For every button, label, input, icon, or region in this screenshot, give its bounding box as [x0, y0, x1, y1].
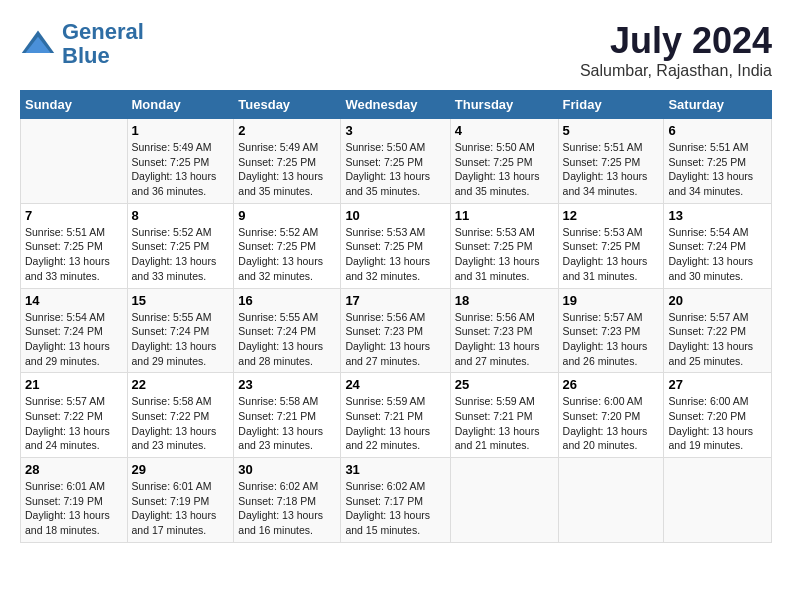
calendar-cell: 8Sunrise: 5:52 AM Sunset: 7:25 PM Daylig…	[127, 203, 234, 288]
day-info: Sunrise: 5:57 AM Sunset: 7:22 PM Dayligh…	[668, 310, 767, 369]
calendar-cell: 21Sunrise: 5:57 AM Sunset: 7:22 PM Dayli…	[21, 373, 128, 458]
day-number: 8	[132, 208, 230, 223]
day-number: 10	[345, 208, 445, 223]
calendar-cell: 15Sunrise: 5:55 AM Sunset: 7:24 PM Dayli…	[127, 288, 234, 373]
day-info: Sunrise: 5:53 AM Sunset: 7:25 PM Dayligh…	[455, 225, 554, 284]
day-number: 11	[455, 208, 554, 223]
calendar-cell: 11Sunrise: 5:53 AM Sunset: 7:25 PM Dayli…	[450, 203, 558, 288]
week-row-1: 1Sunrise: 5:49 AM Sunset: 7:25 PM Daylig…	[21, 119, 772, 204]
day-info: Sunrise: 6:01 AM Sunset: 7:19 PM Dayligh…	[132, 479, 230, 538]
day-info: Sunrise: 6:01 AM Sunset: 7:19 PM Dayligh…	[25, 479, 123, 538]
day-number: 30	[238, 462, 336, 477]
day-number: 17	[345, 293, 445, 308]
calendar-cell: 29Sunrise: 6:01 AM Sunset: 7:19 PM Dayli…	[127, 458, 234, 543]
day-info: Sunrise: 5:53 AM Sunset: 7:25 PM Dayligh…	[563, 225, 660, 284]
day-number: 24	[345, 377, 445, 392]
day-number: 6	[668, 123, 767, 138]
day-number: 15	[132, 293, 230, 308]
day-info: Sunrise: 5:52 AM Sunset: 7:25 PM Dayligh…	[238, 225, 336, 284]
calendar-cell: 17Sunrise: 5:56 AM Sunset: 7:23 PM Dayli…	[341, 288, 450, 373]
day-info: Sunrise: 5:58 AM Sunset: 7:21 PM Dayligh…	[238, 394, 336, 453]
day-number: 1	[132, 123, 230, 138]
day-number: 12	[563, 208, 660, 223]
day-info: Sunrise: 5:59 AM Sunset: 7:21 PM Dayligh…	[455, 394, 554, 453]
logo-icon	[20, 26, 56, 62]
day-info: Sunrise: 6:00 AM Sunset: 7:20 PM Dayligh…	[668, 394, 767, 453]
day-info: Sunrise: 5:51 AM Sunset: 7:25 PM Dayligh…	[25, 225, 123, 284]
calendar-cell: 4Sunrise: 5:50 AM Sunset: 7:25 PM Daylig…	[450, 119, 558, 204]
day-number: 21	[25, 377, 123, 392]
calendar-header-row: SundayMondayTuesdayWednesdayThursdayFrid…	[21, 91, 772, 119]
day-number: 20	[668, 293, 767, 308]
day-info: Sunrise: 5:51 AM Sunset: 7:25 PM Dayligh…	[563, 140, 660, 199]
logo: General Blue	[20, 20, 144, 68]
day-info: Sunrise: 5:56 AM Sunset: 7:23 PM Dayligh…	[455, 310, 554, 369]
week-row-5: 28Sunrise: 6:01 AM Sunset: 7:19 PM Dayli…	[21, 458, 772, 543]
day-info: Sunrise: 5:55 AM Sunset: 7:24 PM Dayligh…	[132, 310, 230, 369]
day-number: 19	[563, 293, 660, 308]
subtitle: Salumbar, Rajasthan, India	[580, 62, 772, 80]
day-number: 25	[455, 377, 554, 392]
day-info: Sunrise: 5:52 AM Sunset: 7:25 PM Dayligh…	[132, 225, 230, 284]
day-info: Sunrise: 5:53 AM Sunset: 7:25 PM Dayligh…	[345, 225, 445, 284]
calendar-cell: 6Sunrise: 5:51 AM Sunset: 7:25 PM Daylig…	[664, 119, 772, 204]
week-row-3: 14Sunrise: 5:54 AM Sunset: 7:24 PM Dayli…	[21, 288, 772, 373]
day-number: 2	[238, 123, 336, 138]
day-header-saturday: Saturday	[664, 91, 772, 119]
calendar-cell: 9Sunrise: 5:52 AM Sunset: 7:25 PM Daylig…	[234, 203, 341, 288]
day-header-monday: Monday	[127, 91, 234, 119]
day-header-thursday: Thursday	[450, 91, 558, 119]
day-info: Sunrise: 5:57 AM Sunset: 7:22 PM Dayligh…	[25, 394, 123, 453]
day-info: Sunrise: 6:02 AM Sunset: 7:18 PM Dayligh…	[238, 479, 336, 538]
calendar-cell	[558, 458, 664, 543]
day-info: Sunrise: 6:02 AM Sunset: 7:17 PM Dayligh…	[345, 479, 445, 538]
day-info: Sunrise: 5:56 AM Sunset: 7:23 PM Dayligh…	[345, 310, 445, 369]
calendar-cell: 12Sunrise: 5:53 AM Sunset: 7:25 PM Dayli…	[558, 203, 664, 288]
calendar-cell: 25Sunrise: 5:59 AM Sunset: 7:21 PM Dayli…	[450, 373, 558, 458]
calendar-cell: 14Sunrise: 5:54 AM Sunset: 7:24 PM Dayli…	[21, 288, 128, 373]
calendar-table: SundayMondayTuesdayWednesdayThursdayFrid…	[20, 90, 772, 543]
title-block: July 2024 Salumbar, Rajasthan, India	[580, 20, 772, 80]
week-row-4: 21Sunrise: 5:57 AM Sunset: 7:22 PM Dayli…	[21, 373, 772, 458]
day-number: 18	[455, 293, 554, 308]
calendar-cell	[450, 458, 558, 543]
day-header-sunday: Sunday	[21, 91, 128, 119]
logo-text: General Blue	[62, 20, 144, 68]
day-number: 5	[563, 123, 660, 138]
calendar-cell: 5Sunrise: 5:51 AM Sunset: 7:25 PM Daylig…	[558, 119, 664, 204]
calendar-cell: 7Sunrise: 5:51 AM Sunset: 7:25 PM Daylig…	[21, 203, 128, 288]
day-info: Sunrise: 6:00 AM Sunset: 7:20 PM Dayligh…	[563, 394, 660, 453]
calendar-cell: 30Sunrise: 6:02 AM Sunset: 7:18 PM Dayli…	[234, 458, 341, 543]
day-number: 3	[345, 123, 445, 138]
calendar-cell: 20Sunrise: 5:57 AM Sunset: 7:22 PM Dayli…	[664, 288, 772, 373]
calendar-cell: 3Sunrise: 5:50 AM Sunset: 7:25 PM Daylig…	[341, 119, 450, 204]
day-info: Sunrise: 5:49 AM Sunset: 7:25 PM Dayligh…	[238, 140, 336, 199]
day-number: 16	[238, 293, 336, 308]
day-number: 4	[455, 123, 554, 138]
calendar-cell: 2Sunrise: 5:49 AM Sunset: 7:25 PM Daylig…	[234, 119, 341, 204]
day-info: Sunrise: 5:59 AM Sunset: 7:21 PM Dayligh…	[345, 394, 445, 453]
day-number: 27	[668, 377, 767, 392]
day-number: 28	[25, 462, 123, 477]
day-number: 23	[238, 377, 336, 392]
day-number: 7	[25, 208, 123, 223]
calendar-cell: 28Sunrise: 6:01 AM Sunset: 7:19 PM Dayli…	[21, 458, 128, 543]
day-info: Sunrise: 5:55 AM Sunset: 7:24 PM Dayligh…	[238, 310, 336, 369]
day-number: 9	[238, 208, 336, 223]
day-info: Sunrise: 5:54 AM Sunset: 7:24 PM Dayligh…	[25, 310, 123, 369]
calendar-cell: 19Sunrise: 5:57 AM Sunset: 7:23 PM Dayli…	[558, 288, 664, 373]
day-info: Sunrise: 5:50 AM Sunset: 7:25 PM Dayligh…	[345, 140, 445, 199]
calendar-cell: 16Sunrise: 5:55 AM Sunset: 7:24 PM Dayli…	[234, 288, 341, 373]
day-info: Sunrise: 5:51 AM Sunset: 7:25 PM Dayligh…	[668, 140, 767, 199]
calendar-cell: 31Sunrise: 6:02 AM Sunset: 7:17 PM Dayli…	[341, 458, 450, 543]
day-info: Sunrise: 5:54 AM Sunset: 7:24 PM Dayligh…	[668, 225, 767, 284]
day-info: Sunrise: 5:49 AM Sunset: 7:25 PM Dayligh…	[132, 140, 230, 199]
day-header-wednesday: Wednesday	[341, 91, 450, 119]
calendar-cell: 26Sunrise: 6:00 AM Sunset: 7:20 PM Dayli…	[558, 373, 664, 458]
calendar-cell	[21, 119, 128, 204]
day-number: 13	[668, 208, 767, 223]
day-number: 14	[25, 293, 123, 308]
calendar-cell: 27Sunrise: 6:00 AM Sunset: 7:20 PM Dayli…	[664, 373, 772, 458]
week-row-2: 7Sunrise: 5:51 AM Sunset: 7:25 PM Daylig…	[21, 203, 772, 288]
main-title: July 2024	[580, 20, 772, 62]
